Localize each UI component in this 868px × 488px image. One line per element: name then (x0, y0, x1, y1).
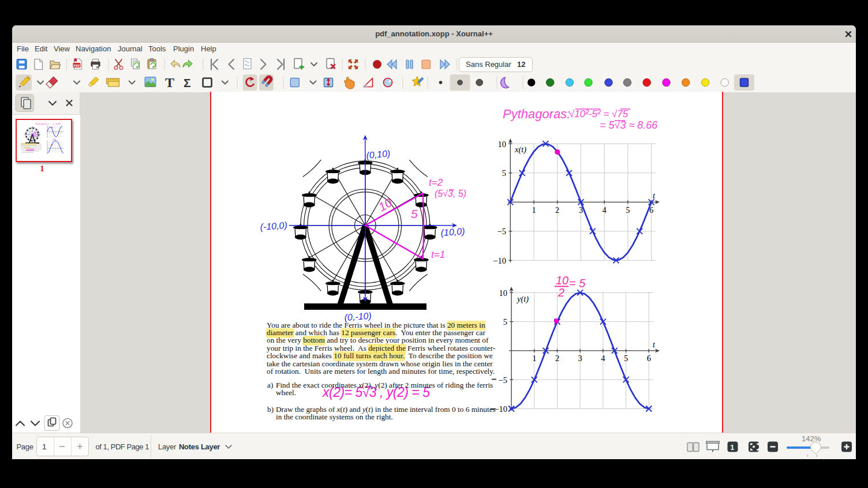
svg-text:Σ: Σ (184, 76, 191, 89)
svg-text:T: T (165, 75, 174, 90)
svg-text:1: 1 (532, 354, 536, 363)
svg-text:5: 5 (626, 205, 630, 215)
svg-text:Layer: Layer (158, 442, 177, 451)
svg-text:4: 4 (601, 354, 605, 363)
svg-text:1: 1 (731, 444, 735, 452)
svg-text:Sans Regular: Sans Regular (466, 60, 511, 69)
svg-text:t: t (653, 191, 656, 200)
svg-text:3: 3 (578, 354, 582, 363)
svg-text:5: 5 (411, 207, 418, 220)
svg-text:(0,10): (0,10) (366, 148, 391, 160)
svg-text:6: 6 (647, 354, 651, 363)
svg-text:1: 1 (42, 442, 47, 451)
svg-text:2: 2 (555, 205, 559, 215)
svg-text:2: 2 (555, 354, 559, 363)
svg-text:12: 12 (517, 60, 525, 69)
svg-text:(10,0): (10,0) (440, 226, 465, 238)
svg-text:Page: Page (17, 442, 33, 451)
svg-text:Pythagoras √… = ≈8.66: Pythagoras √… = ≈8.66 (35, 122, 61, 125)
svg-text:5: 5 (503, 317, 507, 326)
svg-text:−5: −5 (497, 227, 506, 236)
svg-text:t: t (653, 340, 656, 349)
svg-text:−5: −5 (499, 376, 507, 385)
svg-text:10: 10 (499, 288, 508, 298)
svg-text:Notes Layer: Notes Layer (179, 442, 220, 451)
svg-text:= 5: = 5 (569, 277, 586, 290)
svg-text:(-10,0): (-10,0) (260, 220, 287, 232)
svg-text:=5: =5 (53, 138, 56, 141)
svg-text:of 1, PDF Page 1: of 1, PDF Page 1 (96, 442, 149, 451)
svg-text:10: 10 (498, 140, 507, 149)
svg-text:4: 4 (603, 205, 607, 215)
svg-text:142%: 142% (802, 434, 821, 443)
svg-text:Pythagoras:: Pythagoras: (503, 107, 570, 121)
svg-text:y(t): y(t) (516, 294, 529, 304)
svg-text:−10: −10 (493, 256, 506, 265)
svg-text:√10²-5² = √75: √10²-5² = √75 (569, 108, 628, 119)
svg-text:t=1: t=1 (431, 249, 445, 260)
svg-text:t=2: t=2 (429, 177, 443, 188)
svg-text:PDF: PDF (74, 64, 81, 67)
svg-text:5: 5 (502, 168, 506, 178)
svg-text:10: 10 (556, 274, 568, 287)
svg-text:x(2)=5: x(2)=5 (26, 148, 34, 151)
svg-text:5: 5 (624, 354, 628, 363)
svg-text:x(t): x(t) (514, 145, 526, 155)
svg-text:= 5√3 ≈ 8.66: = 5√3 ≈ 8.66 (600, 119, 658, 131)
svg-text:2: 2 (558, 286, 564, 299)
svg-text:1: 1 (532, 205, 536, 215)
svg-text:−10: −10 (494, 404, 507, 414)
